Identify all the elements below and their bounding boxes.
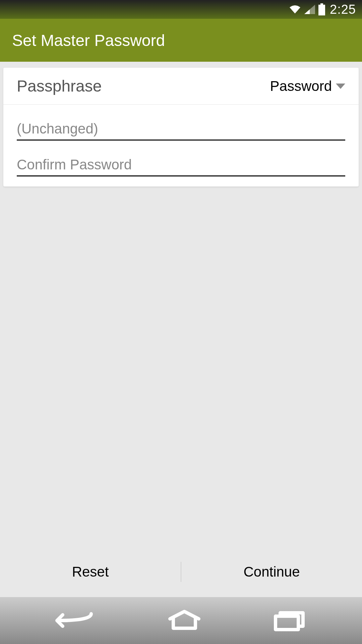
cellular-icon xyxy=(304,4,316,15)
card-header: Passphrase Password xyxy=(3,68,359,105)
chevron-down-icon xyxy=(336,84,345,89)
svg-rect-0 xyxy=(320,3,323,5)
bottom-actions: Reset Continue xyxy=(0,553,362,590)
password-input[interactable] xyxy=(17,118,345,141)
svg-rect-1 xyxy=(318,5,325,15)
status-icons: 2:25 xyxy=(288,2,356,17)
status-bar: 2:25 xyxy=(0,0,362,19)
continue-button[interactable]: Continue xyxy=(181,553,362,590)
content-area: Passphrase Password xyxy=(0,62,362,553)
svg-rect-2 xyxy=(276,616,298,630)
page-title: Set Master Password xyxy=(12,31,165,50)
battery-icon xyxy=(318,3,326,15)
wifi-icon xyxy=(288,4,302,15)
confirm-password-input[interactable] xyxy=(17,154,345,176)
recent-apps-icon[interactable] xyxy=(271,609,308,632)
password-card: Passphrase Password xyxy=(3,68,359,186)
app-bar: Set Master Password xyxy=(0,19,362,62)
card-title: Passphrase xyxy=(17,77,102,95)
status-clock: 2:25 xyxy=(330,2,356,17)
navigation-bar xyxy=(0,597,362,644)
dropdown-selected-label: Password xyxy=(270,78,332,94)
confirm-field-wrapper xyxy=(17,154,345,176)
home-icon[interactable] xyxy=(166,609,203,632)
reset-button[interactable]: Reset xyxy=(0,553,181,590)
password-field-wrapper xyxy=(17,118,345,141)
back-icon[interactable] xyxy=(54,609,98,632)
password-type-dropdown[interactable]: Password xyxy=(270,78,345,94)
